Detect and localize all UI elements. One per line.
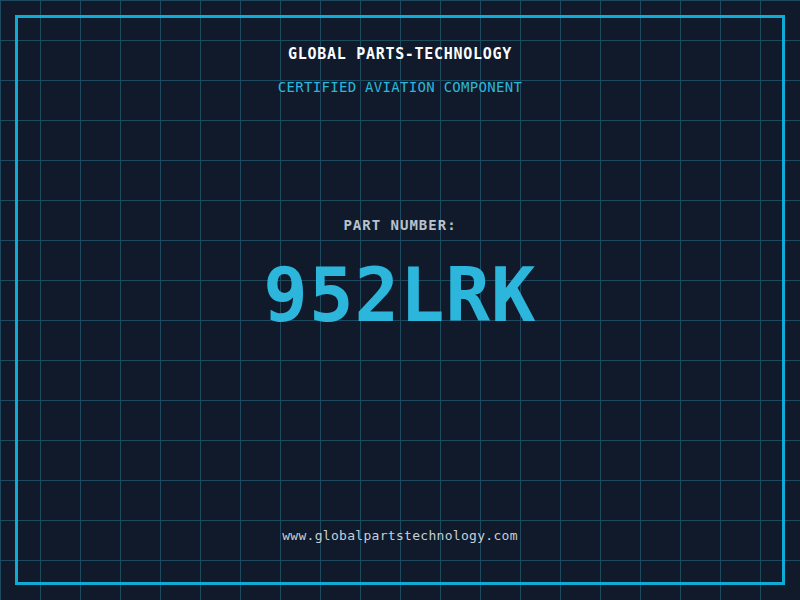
brand-subtitle: CERTIFIED AVIATION COMPONENT [0, 80, 800, 94]
website-url: www.globalpartstechnology.com [0, 529, 800, 542]
certificate-page: GLOBAL PARTS-TECHNOLOGY CERTIFIED AVIATI… [0, 0, 800, 600]
part-number-label: PART NUMBER: [0, 218, 800, 232]
part-number-value: 952LRK [0, 258, 800, 332]
brand-title: GLOBAL PARTS-TECHNOLOGY [0, 47, 800, 62]
